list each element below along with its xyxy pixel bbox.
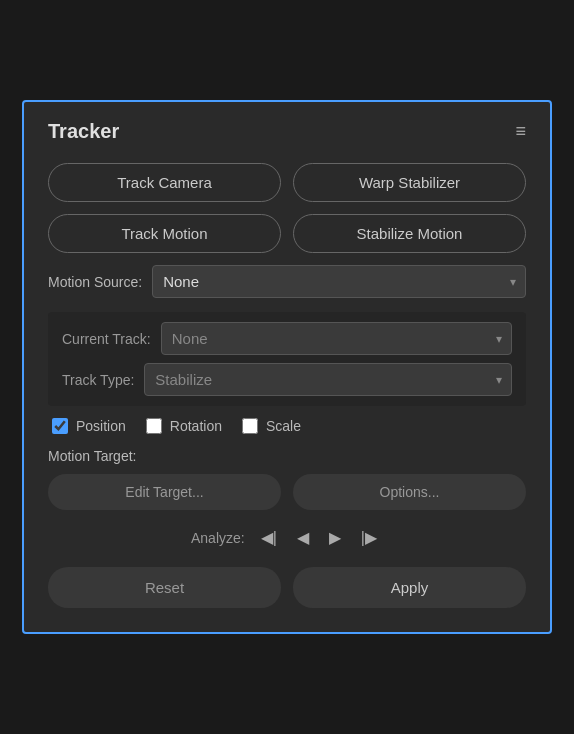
rotation-label: Rotation	[170, 418, 222, 434]
track-camera-button[interactable]: Track Camera	[48, 163, 281, 202]
analyze-controls: ◀| ◀ ▶ |▶	[255, 524, 383, 551]
current-track-label: Current Track:	[62, 331, 151, 347]
panel-header: Tracker ≡	[48, 120, 526, 143]
current-track-select[interactable]: None	[161, 322, 512, 355]
second-button-row: Track Motion Stabilize Motion	[48, 214, 526, 253]
motion-source-label: Motion Source:	[48, 274, 142, 290]
position-label: Position	[76, 418, 126, 434]
current-track-select-wrapper: None ▾	[161, 322, 512, 355]
scale-checkbox-item[interactable]: Scale	[242, 418, 301, 434]
edit-target-button[interactable]: Edit Target...	[48, 474, 281, 510]
rotation-checkbox[interactable]	[146, 418, 162, 434]
analyze-back-button[interactable]: ◀	[291, 524, 315, 551]
track-type-select-wrapper: Stabilize ▾	[144, 363, 512, 396]
panel-title: Tracker	[48, 120, 119, 143]
motion-source-select[interactable]: None	[152, 265, 526, 298]
tracker-panel: Tracker ≡ Track Camera Warp Stabilizer T…	[22, 100, 552, 634]
analyze-row: Analyze: ◀| ◀ ▶ |▶	[48, 524, 526, 551]
warp-stabilizer-button[interactable]: Warp Stabilizer	[293, 163, 526, 202]
scale-label: Scale	[266, 418, 301, 434]
motion-source-row: Motion Source: None ▾	[48, 265, 526, 298]
analyze-forward-button[interactable]: ▶	[323, 524, 347, 551]
bottom-button-row: Reset Apply	[48, 567, 526, 608]
scale-checkbox[interactable]	[242, 418, 258, 434]
motion-target-label: Motion Target:	[48, 448, 526, 464]
current-track-row: Current Track: None ▾	[62, 322, 512, 355]
motion-source-select-wrapper: None ▾	[152, 265, 526, 298]
track-type-label: Track Type:	[62, 372, 134, 388]
position-checkbox[interactable]	[52, 418, 68, 434]
menu-icon[interactable]: ≡	[515, 121, 526, 142]
track-type-select[interactable]: Stabilize	[144, 363, 512, 396]
analyze-back-end-button[interactable]: ◀|	[255, 524, 283, 551]
position-checkbox-item[interactable]: Position	[52, 418, 126, 434]
track-type-row: Track Type: Stabilize ▾	[62, 363, 512, 396]
track-settings-section: Current Track: None ▾ Track Type: Stabil…	[48, 312, 526, 406]
stabilize-motion-button[interactable]: Stabilize Motion	[293, 214, 526, 253]
analyze-label: Analyze:	[191, 530, 245, 546]
rotation-checkbox-item[interactable]: Rotation	[146, 418, 222, 434]
track-motion-button[interactable]: Track Motion	[48, 214, 281, 253]
options-button[interactable]: Options...	[293, 474, 526, 510]
transform-checkboxes: Position Rotation Scale	[48, 418, 526, 434]
action-button-row: Edit Target... Options...	[48, 474, 526, 510]
apply-button[interactable]: Apply	[293, 567, 526, 608]
analyze-forward-end-button[interactable]: |▶	[355, 524, 383, 551]
top-button-row: Track Camera Warp Stabilizer	[48, 163, 526, 202]
reset-button[interactable]: Reset	[48, 567, 281, 608]
